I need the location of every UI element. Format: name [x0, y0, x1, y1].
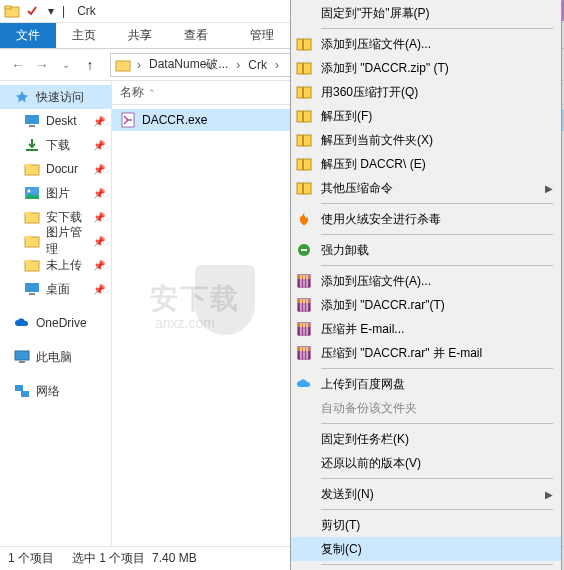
breadcrumb-segment[interactable]: Crk: [246, 58, 269, 72]
check-icon[interactable]: [24, 3, 40, 19]
svg-rect-19: [19, 361, 25, 363]
cloud-icon: [14, 315, 30, 331]
back-button[interactable]: ←: [6, 53, 30, 77]
svg-rect-24: [302, 39, 304, 50]
menu-item-label: 强力卸载: [321, 242, 369, 259]
menu-item-icon: [295, 131, 313, 149]
breadcrumb-segment[interactable]: DataNume破...: [147, 56, 230, 73]
network-icon: [14, 383, 30, 399]
sidebar-item[interactable]: 桌面📌: [0, 277, 111, 301]
context-menu-item[interactable]: 剪切(T): [291, 513, 561, 537]
chevron-right-icon: ▶: [545, 183, 553, 194]
context-menu-item[interactable]: 解压到(F): [291, 104, 561, 128]
tab-file[interactable]: 文件: [0, 23, 56, 48]
svg-rect-3: [25, 115, 39, 124]
context-menu-item[interactable]: 使用火绒安全进行杀毒: [291, 207, 561, 231]
folder-icon: [24, 233, 40, 249]
sidebar: 快速访问 Deskt📌下载📌Docur📌图片📌安下载📌图片管理📌未上传📌桌面📌 …: [0, 81, 112, 546]
up-button[interactable]: ↑: [78, 53, 102, 77]
context-menu: 固定到"开始"屏幕(P)添加到压缩文件(A)...添加到 "DACCR.zip"…: [290, 0, 562, 570]
menu-item-label: 剪切(T): [321, 517, 360, 534]
context-menu-item[interactable]: 添加到 "DACCR.zip" (T): [291, 56, 561, 80]
context-menu-item[interactable]: 解压到当前文件夹(X): [291, 128, 561, 152]
sidebar-item[interactable]: 图片📌: [0, 181, 111, 205]
star-icon: [14, 89, 30, 105]
context-menu-item[interactable]: 添加到压缩文件(A)...: [291, 269, 561, 293]
context-menu-item[interactable]: 发送到(N)▶: [291, 482, 561, 506]
menu-item-icon: [295, 516, 313, 534]
context-menu-item[interactable]: 用360压缩打开(Q): [291, 80, 561, 104]
context-menu-item[interactable]: 解压到 DACCR\ (E): [291, 152, 561, 176]
menu-item-label: 解压到(F): [321, 108, 372, 125]
context-menu-item[interactable]: 添加到 "DACCR.rar"(T): [291, 293, 561, 317]
folder-icon: [24, 209, 40, 225]
svg-rect-28: [302, 87, 304, 98]
folder-icon: [24, 281, 40, 297]
tab-manage[interactable]: 管理: [234, 23, 290, 48]
sidebar-onedrive[interactable]: OneDrive: [0, 311, 111, 335]
context-menu-item[interactable]: 压缩并 E-mail...: [291, 317, 561, 341]
menu-item-label: 使用火绒安全进行杀毒: [321, 211, 441, 228]
context-menu-item[interactable]: 还原以前的版本(V): [291, 451, 561, 475]
menu-item-icon: [295, 296, 313, 314]
chevron-right-icon: ▶: [545, 489, 553, 500]
chevron-right-icon[interactable]: ›: [135, 58, 143, 72]
pin-icon: 📌: [93, 284, 105, 295]
context-menu-item[interactable]: 其他压缩命令▶: [291, 176, 561, 200]
svg-rect-2: [116, 61, 130, 71]
svg-rect-34: [302, 159, 304, 170]
sidebar-item[interactable]: Docur📌: [0, 157, 111, 181]
svg-rect-36: [302, 183, 304, 194]
pin-icon: 📌: [93, 164, 105, 175]
menu-item-label: 其他压缩命令: [321, 180, 393, 197]
svg-rect-7: [25, 164, 31, 167]
pin-icon: 📌: [93, 116, 105, 127]
sidebar-network[interactable]: 网络: [0, 379, 111, 403]
context-menu-item[interactable]: 固定到"开始"屏幕(P): [291, 1, 561, 25]
context-menu-item[interactable]: 固定到任务栏(K): [291, 427, 561, 451]
context-menu-item[interactable]: 上传到百度网盘: [291, 372, 561, 396]
sidebar-item[interactable]: 图片管理📌: [0, 229, 111, 253]
menu-item-label: 自动备份该文件夹: [321, 400, 417, 417]
context-menu-item[interactable]: 压缩到 "DACCR.rar" 并 E-mail: [291, 341, 561, 365]
svg-rect-15: [25, 260, 31, 263]
tab-share[interactable]: 共享: [112, 23, 168, 48]
chevron-right-icon[interactable]: ›: [234, 58, 242, 72]
menu-item-icon: [295, 35, 313, 53]
menu-item-icon: [295, 454, 313, 472]
svg-rect-17: [29, 293, 35, 295]
menu-item-icon: [295, 241, 313, 259]
menu-item-label: 发送到(N): [321, 486, 374, 503]
svg-rect-26: [302, 63, 304, 74]
svg-rect-5: [26, 149, 38, 151]
folder-icon: [4, 3, 20, 19]
sidebar-quick-access[interactable]: 快速访问: [0, 85, 111, 109]
qat-more[interactable]: ▾: [44, 4, 58, 18]
sidebar-item[interactable]: 未上传📌: [0, 253, 111, 277]
context-menu-item[interactable]: 添加到压缩文件(A)...: [291, 32, 561, 56]
sidebar-item[interactable]: Deskt📌: [0, 109, 111, 133]
tab-view[interactable]: 查看: [168, 23, 224, 48]
menu-item-icon: [295, 344, 313, 362]
context-menu-item[interactable]: 强力卸载: [291, 238, 561, 262]
folder-icon: [24, 113, 40, 129]
menu-item-label: 固定到"开始"屏幕(P): [321, 5, 430, 22]
context-menu-item[interactable]: 复制(C): [291, 537, 561, 561]
svg-rect-16: [25, 283, 39, 292]
menu-item-label: 添加到压缩文件(A)...: [321, 273, 431, 290]
pin-icon: 📌: [93, 260, 105, 271]
sidebar-item[interactable]: 下载📌: [0, 133, 111, 157]
recent-dropdown[interactable]: ⌄: [54, 53, 78, 77]
menu-item-label: 固定到任务栏(K): [321, 431, 409, 448]
sidebar-this-pc[interactable]: 此电脑: [0, 345, 111, 369]
folder-icon: [24, 161, 40, 177]
menu-item-label: 复制(C): [321, 541, 362, 558]
tab-home[interactable]: 主页: [56, 23, 112, 48]
menu-item-icon: [295, 59, 313, 77]
chevron-right-icon[interactable]: ›: [273, 58, 281, 72]
monitor-icon: [14, 349, 30, 365]
pin-icon: 📌: [93, 140, 105, 151]
menu-item-label: 添加到压缩文件(A)...: [321, 36, 431, 53]
status-selection: 选中 1 个项目 7.40 MB: [72, 550, 197, 567]
svg-point-9: [28, 190, 31, 193]
